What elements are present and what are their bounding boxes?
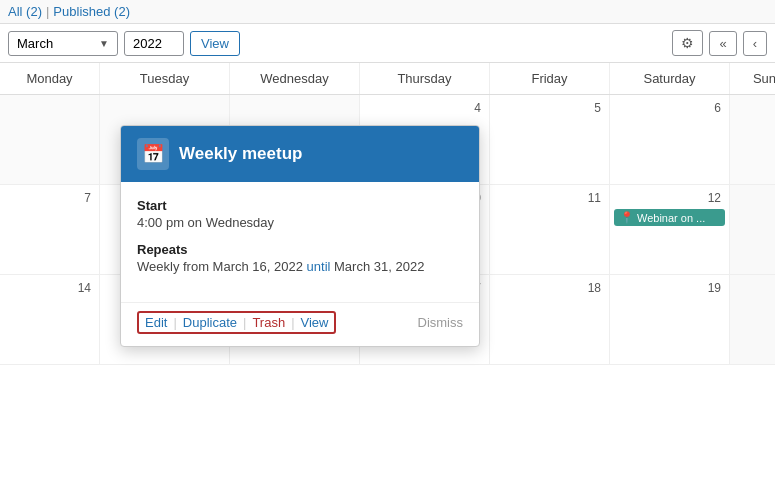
- header-friday: Friday: [490, 63, 610, 94]
- month-select[interactable]: March ▼: [8, 31, 118, 56]
- trash-link[interactable]: Trash: [246, 313, 291, 332]
- year-input[interactable]: [124, 31, 184, 56]
- header-monday: Monday: [0, 63, 100, 94]
- popup-header: 📅 Weekly meetup: [121, 126, 479, 182]
- start-value: 4:00 pm on Wednesday: [137, 215, 463, 230]
- prev-button[interactable]: ‹: [743, 31, 767, 56]
- cell-sat-6: 6: [610, 95, 730, 185]
- nav-separator: |: [46, 4, 49, 19]
- cell-mon-7: 7: [0, 185, 100, 275]
- header-saturday: Saturday: [610, 63, 730, 94]
- all-label: All: [8, 4, 22, 19]
- cell-mon-1: [0, 95, 100, 185]
- header-tuesday: Tuesday: [100, 63, 230, 94]
- cell-mon-14: 14: [0, 275, 100, 365]
- cell-fri-5: 5: [490, 95, 610, 185]
- header-sunday: Sunday: [730, 63, 775, 94]
- view-button[interactable]: View: [190, 31, 240, 56]
- duplicate-link[interactable]: Duplicate: [177, 313, 243, 332]
- cell-sun-13: 13: [730, 185, 775, 275]
- cell-fri-11: 11: [490, 185, 610, 275]
- all-link[interactable]: All (2): [8, 4, 42, 19]
- published-count: (2): [114, 4, 130, 19]
- cell-sun-1: [730, 95, 775, 185]
- cell-sat-12: 12 📍 Webinar on ...: [610, 185, 730, 275]
- start-label: Start: [137, 198, 463, 213]
- popup-body: Start 4:00 pm on Wednesday Repeats Weekl…: [121, 182, 479, 302]
- cell-sun-20: 20: [730, 275, 775, 365]
- view-link[interactable]: View: [295, 313, 335, 332]
- popup-calendar-icon: 📅: [137, 138, 169, 170]
- settings-button[interactable]: ⚙: [672, 30, 703, 56]
- header-wednesday: Wednesday: [230, 63, 360, 94]
- top-nav: All (2) | Published (2): [0, 0, 775, 24]
- webinar-label: Webinar on ...: [637, 212, 705, 224]
- popup-title: Weekly meetup: [179, 144, 302, 164]
- month-arrow: ▼: [99, 38, 109, 49]
- dismiss-button[interactable]: Dismiss: [418, 315, 464, 330]
- location-icon: 📍: [620, 211, 634, 224]
- cell-fri-18: 18: [490, 275, 610, 365]
- cell-sat-19: 19: [610, 275, 730, 365]
- header-thursday: Thursday: [360, 63, 490, 94]
- popup-actions: Edit | Duplicate | Trash | View Dismiss: [121, 302, 479, 346]
- event-popup: 📅 Weekly meetup Start 4:00 pm on Wednesd…: [120, 125, 480, 347]
- calendar-header: Monday Tuesday Wednesday Thursday Friday…: [0, 63, 775, 95]
- published-link[interactable]: Published (2): [53, 4, 130, 19]
- webinar-event[interactable]: 📍 Webinar on ...: [614, 209, 725, 226]
- all-count: (2): [26, 4, 42, 19]
- prev-prev-button[interactable]: «: [709, 31, 736, 56]
- repeats-value: Weekly from March 16, 2022 until March 3…: [137, 259, 463, 274]
- month-value: March: [17, 36, 53, 51]
- toolbar: March ▼ View ⚙ « ‹: [0, 24, 775, 63]
- edit-link[interactable]: Edit: [139, 313, 173, 332]
- gear-icon: ⚙: [681, 35, 694, 51]
- actions-box: Edit | Duplicate | Trash | View: [137, 311, 336, 334]
- repeats-label: Repeats: [137, 242, 463, 257]
- published-label: Published: [53, 4, 110, 19]
